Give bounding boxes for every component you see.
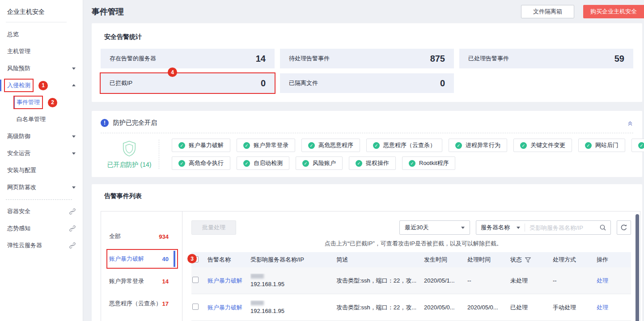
sidebar-item-label: 弹性云服务器 [7,241,42,249]
page: 企业主机安全 总览 主机管理 [0,0,644,321]
sidebar-item[interactable]: 网页防篡改 [0,179,83,196]
protection-tag: ✓ 自启动检测 [237,156,289,170]
batch-process-button[interactable]: 批量处理 [191,220,236,235]
protection-tag-label: 进程异常行为 [466,141,500,149]
protection-tag-label: 提权操作 [366,159,389,167]
check-circle-icon: ✓ [178,142,185,149]
protection-tag: ✓ 恶意程序（云查杀） [366,139,442,152]
sidebar-item-label: 态势感知 [7,224,30,232]
chevron-down-icon [72,68,76,72]
check-circle-icon: ✓ [243,160,250,167]
collapse-chevrons-icon[interactable] [627,120,633,126]
date-range-select[interactable]: 最近30天 [399,220,470,235]
category-count: 14 [162,278,169,285]
alarm-category-list: 全部 934 账户暴力破解 40 3 [101,211,182,321]
stat-value: 0 [440,78,445,89]
file-quarantine-button[interactable]: 文件隔离箱 [521,5,574,18]
alarm-statistics-panel: 安全告警统计 存在告警的服务器 14 待处理告警事件 875 [92,23,642,102]
category-label: 账户异常登录 [109,277,144,285]
vertical-scrollbar[interactable] [636,214,639,321]
check-circle-icon: ✓ [638,142,644,149]
check-circle-icon: ✓ [520,142,527,149]
vertical-divider [159,139,159,169]
table-body: 账户暴力破解 192.168.1.95 攻击类型:ssh，端口：22，攻... … [191,267,631,321]
protection-panel: ! 防护已完全开启 已开启防护 (14) [92,111,642,177]
protection-tag: ✓ 进程异常行为 [449,139,507,152]
sidebar-item[interactable]: 白名单管理 [0,111,83,128]
sidebar-item[interactable]: 主机管理 [0,43,83,60]
search-type-select[interactable]: 服务器名称 [476,224,525,232]
date-range-value: 最近30天 [405,224,428,232]
sidebar-item[interactable]: 入侵检测 1 [0,77,83,94]
alarm-name-link[interactable]: 账户暴力破解 [208,304,242,311]
alarm-category-item[interactable]: 账户暴力破解 40 3 [101,248,182,270]
protection-tag: ✓ 高危命令执行 [172,156,230,170]
column-header-handled[interactable]: 处理时间 [467,256,510,264]
column-header-alarm-name[interactable]: 告警名称 [208,256,250,264]
server-search-input[interactable] [525,224,599,231]
alarm-category-item[interactable]: 全部 934 [101,225,182,248]
stat-card[interactable]: 存在告警的服务器 14 [101,49,275,68]
handle-link[interactable]: 处理 [597,277,608,284]
column-header-server[interactable]: 受影响服务器名称/IP [250,256,336,264]
check-circle-icon: ✓ [455,142,462,149]
sidebar-item[interactable]: 态势感知 [0,220,83,237]
buy-hss-button[interactable]: 购买企业主机安全 [583,5,644,18]
sidebar-item[interactable]: 容器安全 [0,203,83,220]
protection-tag-label: 账户暴力破解 [189,141,224,149]
check-circle-icon: ✓ [243,142,250,149]
stat-label: 已拦截IP [110,79,132,87]
sidebar-item[interactable]: 事件管理 2 [0,94,83,111]
sidebar-divider [6,22,67,22]
column-header-method[interactable]: 处理方式 [553,256,597,264]
check-circle-icon: ✓ [373,142,380,149]
row-checkbox[interactable] [192,304,199,310]
search-type-value: 服务器名称 [481,224,510,232]
column-header-summary[interactable]: 简述 [336,256,424,264]
sidebar-item[interactable]: 安装与配置 [0,162,83,179]
sidebar-item[interactable]: 安全运营 [0,145,83,162]
sidebar-item-label: 总览 [7,30,19,38]
stat-label: 已处理告警事件 [468,55,509,63]
alarm-category-item[interactable]: 账户异常登录 14 [101,270,182,292]
sidebar-item[interactable]: 总览 [0,26,83,43]
stat-card[interactable]: 已拦截IP 0 4 [101,73,275,93]
alarm-summary: 攻击类型:ssh，端口：22，攻... [336,304,424,312]
protection-tags: ✓ 账户暴力破解 ✓ 账户异常登录 ✓ 高危恶意程序 [172,139,644,170]
sidebar-item[interactable]: 高级防御 [0,128,83,145]
alarm-summary: 攻击类型:ssh，端口：22，攻... [336,277,424,285]
server-ip: 192.168.1.95 [250,308,333,314]
protection-tag: ✓ 提权操作 [349,156,396,170]
stat-card[interactable]: 已隔离文件 0 [280,73,454,93]
refresh-button[interactable] [617,220,631,235]
chevron-down-icon [461,227,465,231]
table-header: 告警名称 受影响服务器名称/IP 简述 发生时间 处理时间 状态 处理方式 操作 [191,252,631,267]
category-count: 934 [159,233,169,240]
protection-enabled-label: 已开启防护 (14) [101,161,158,169]
tag-row: ✓ 账户暴力破解 ✓ 账户异常登录 ✓ 高危恶意程序 [172,139,644,152]
alarm-category-item[interactable]: 恶意程序（云查杀） 17 [101,292,182,315]
toolbar-filters: 最近30天 服务器名称 [399,220,631,235]
column-header-action[interactable]: 操作 [597,256,631,264]
occurred-time: 2020/05/0... [424,304,467,311]
protection-tag-label: 账户异常登录 [254,141,288,149]
column-header-status[interactable]: 状态 [510,256,522,264]
filter-icon[interactable] [525,257,531,263]
protection-tag: ✓ 风险账户 [296,156,343,170]
handle-method: -- [553,277,597,284]
stat-card[interactable]: 待处理告警事件 875 [280,49,454,68]
handle-method: 手动处理 [553,304,597,312]
sidebar-item[interactable]: 风险预防 [0,60,83,77]
alarm-name-link[interactable]: 账户暴力破解 [208,277,242,284]
stat-card[interactable]: 已处理告警事件 59 [459,49,633,68]
app-title: 企业主机安全 [0,0,83,22]
row-checkbox[interactable] [192,277,199,283]
sidebar-item[interactable]: 弹性云服务器 [0,237,83,254]
check-circle-icon: ✓ [178,160,185,167]
tag-row: ✓ 高危命令执行 ✓ 自启动检测 ✓ 风险账户 [172,156,644,170]
handle-link[interactable]: 处理 [597,304,608,311]
check-circle-icon: ✓ [308,142,315,149]
search-icon[interactable] [599,224,606,231]
column-header-occurred[interactable]: 发生时间 [424,256,467,264]
table-row: 账户暴力破解 192.168.1.95 攻击类型:ssh，端口：22，攻... … [191,294,631,321]
